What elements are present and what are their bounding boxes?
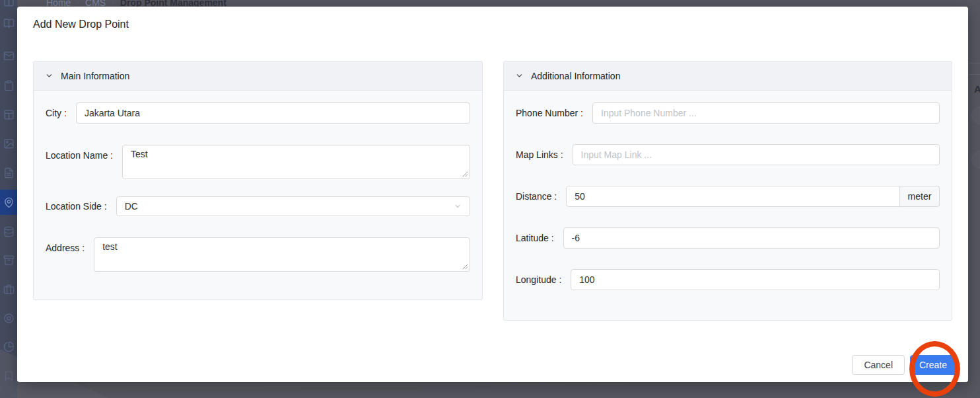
longitude-label: Longitude : bbox=[516, 274, 561, 285]
sidebar-item[interactable] bbox=[0, 131, 17, 156]
field-row-latitude: Latitude : bbox=[516, 227, 940, 249]
field-row-distance: Distance : meter bbox=[516, 186, 940, 207]
breadcrumb-separator: · bbox=[77, 0, 79, 7]
clipboard-icon bbox=[3, 80, 15, 91]
background-divider bbox=[968, 63, 980, 63]
sidebar-item[interactable] bbox=[0, 43, 17, 68]
archive-icon bbox=[3, 255, 15, 266]
database-icon bbox=[3, 226, 15, 237]
field-row-longitude: Longitude : bbox=[516, 269, 940, 290]
location-side-select[interactable]: DC bbox=[116, 196, 470, 216]
sidebar-item[interactable] bbox=[0, 247, 17, 272]
field-row-city: City : bbox=[46, 102, 470, 124]
map-links-input[interactable] bbox=[573, 144, 940, 165]
mail-icon bbox=[3, 50, 15, 61]
background-button-fragment bbox=[971, 106, 980, 124]
city-input[interactable] bbox=[76, 102, 470, 124]
sidebar-item[interactable] bbox=[0, 102, 17, 127]
sidebar-item[interactable] bbox=[0, 190, 17, 215]
additional-information-panel: Additional Information Phone Number : Ma… bbox=[503, 61, 952, 321]
field-row-location-name: Location Name : Test bbox=[46, 145, 470, 179]
sidebar-item[interactable] bbox=[0, 305, 17, 331]
distance-input[interactable] bbox=[566, 186, 900, 207]
sidebar-item[interactable] bbox=[0, 276, 17, 301]
location-side-label: Location Side : bbox=[46, 201, 107, 212]
sidebar-item[interactable] bbox=[0, 73, 17, 98]
phone-number-input[interactable] bbox=[592, 102, 940, 124]
sidebar-item[interactable] bbox=[0, 160, 17, 185]
target-icon bbox=[3, 313, 15, 324]
location-name-textarea[interactable]: Test bbox=[122, 145, 470, 179]
field-row-map-links: Map Links : bbox=[516, 144, 940, 165]
field-row-phone-number: Phone Number : bbox=[516, 102, 940, 124]
additional-information-header[interactable]: Additional Information bbox=[504, 61, 952, 91]
background-text-fragment: A bbox=[974, 83, 980, 95]
sidebar-item[interactable] bbox=[0, 219, 17, 244]
sidebar-item[interactable] bbox=[0, 11, 17, 36]
background-button-fragment bbox=[971, 151, 980, 169]
columns-icon bbox=[3, 0, 15, 7]
pie-chart-icon bbox=[3, 341, 15, 352]
table-icon bbox=[3, 109, 15, 120]
latitude-input[interactable] bbox=[563, 227, 940, 249]
main-information-panel: Main Information City : Location Name : … bbox=[33, 61, 483, 300]
location-name-label: Location Name : bbox=[46, 145, 113, 166]
location-side-value: DC bbox=[125, 201, 138, 212]
modal-title: Add New Drop Point bbox=[33, 19, 129, 30]
map-pin-icon bbox=[3, 197, 15, 208]
sidebar bbox=[0, 0, 17, 398]
background-divider bbox=[968, 74, 980, 75]
app-root: Home · CMS · Drop Point Management A Add… bbox=[0, 0, 980, 398]
field-row-location-side: Location Side : DC bbox=[46, 196, 470, 216]
panel-title: Additional Information bbox=[531, 71, 620, 81]
breadcrumb-separator: · bbox=[112, 0, 114, 7]
main-information-header[interactable]: Main Information bbox=[34, 61, 482, 91]
add-drop-point-modal: Add New Drop Point Main Information City… bbox=[17, 7, 968, 382]
city-label: City : bbox=[46, 108, 67, 118]
address-label: Address : bbox=[46, 237, 85, 259]
panel-title: Main Information bbox=[61, 71, 129, 81]
map-links-label: Map Links : bbox=[516, 149, 563, 160]
field-row-address: Address : test bbox=[46, 237, 470, 272]
chevron-down-icon bbox=[45, 71, 53, 80]
address-textarea[interactable]: test bbox=[94, 237, 470, 272]
book-icon bbox=[3, 18, 15, 29]
distance-unit-addon: meter bbox=[900, 186, 940, 207]
longitude-input[interactable] bbox=[571, 269, 940, 290]
file-text-icon bbox=[3, 167, 15, 179]
modal-footer: Cancel Create bbox=[852, 355, 956, 375]
chevron-down-icon bbox=[454, 202, 462, 210]
briefcase-icon bbox=[3, 284, 15, 295]
image-icon bbox=[3, 138, 15, 149]
phone-number-label: Phone Number : bbox=[516, 108, 583, 118]
cancel-button[interactable]: Cancel bbox=[852, 355, 905, 375]
create-button[interactable]: Create bbox=[910, 355, 956, 375]
distance-label: Distance : bbox=[516, 191, 557, 202]
latitude-label: Latitude : bbox=[516, 233, 554, 243]
chevron-down-icon bbox=[515, 71, 524, 80]
